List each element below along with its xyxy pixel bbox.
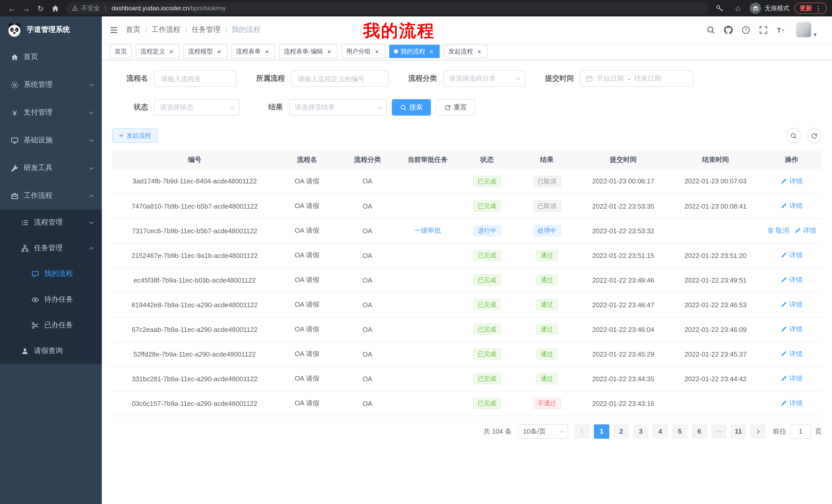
hamburger-icon[interactable]: [102, 17, 126, 43]
cell-category: OA: [337, 292, 398, 317]
user-avatar[interactable]: ▾: [796, 22, 816, 37]
page-button-1[interactable]: 1: [594, 424, 609, 439]
sidebar-item-label: 请假查询: [34, 346, 95, 356]
tab-my-process[interactable]: 我的流程×: [389, 45, 440, 58]
detail-link[interactable]: 详情: [781, 300, 803, 309]
table-row: 7470a810-7b9b-11ec-b5b7-acde48001122OA 请…: [112, 194, 822, 218]
detail-link[interactable]: 详情: [781, 201, 803, 211]
tab-user-group[interactable]: 用户分组×: [341, 45, 385, 58]
sidebar-item-my-process[interactable]: 我的流程: [0, 261, 102, 287]
update-button[interactable]: 更新 ⋮: [795, 3, 827, 14]
close-icon[interactable]: ×: [373, 48, 381, 55]
page-button-5[interactable]: 5: [672, 424, 687, 439]
sidebar-item-process-management[interactable]: 流程管理: [0, 209, 102, 235]
url: dashboard.yudao.iocoder.cn/bpm/task/my: [111, 5, 226, 12]
page-buttons: 123456···11: [592, 424, 748, 439]
cell-submit-time: 2022-01-22 23:45:29: [577, 342, 670, 366]
sidebar-item-workflow[interactable]: 工作流程: [0, 182, 102, 209]
sidebar-item-leave-query[interactable]: 请假查询: [0, 338, 102, 364]
detail-link[interactable]: 详情: [781, 374, 803, 383]
prev-page-button[interactable]: [574, 424, 590, 439]
back-icon[interactable]: ←: [5, 2, 19, 15]
current-task-link[interactable]: 一级审批: [414, 226, 441, 235]
page-size-select[interactable]: 10条/页: [518, 424, 568, 439]
sidebar-item-home[interactable]: 首页: [0, 43, 102, 71]
close-icon[interactable]: ×: [428, 48, 435, 55]
menu-dots-icon[interactable]: ⋮: [815, 4, 822, 12]
search-icon[interactable]: [707, 25, 716, 34]
tab-start-process[interactable]: 发起流程×: [444, 45, 488, 58]
sidebar-item-done-task[interactable]: 已办任务: [0, 312, 102, 338]
page-button-6[interactable]: 6: [692, 424, 707, 439]
refresh-table-button[interactable]: [806, 128, 822, 143]
breadcrumb-item[interactable]: 首页: [126, 25, 140, 34]
page-button-2[interactable]: 2: [614, 424, 629, 439]
browser-chrome: ← → ↻ 不安全 dashboard.yudao.iocoder.cn/bpm…: [0, 0, 832, 17]
sidebar-item-infrastructure[interactable]: 基础设施: [0, 127, 102, 154]
tab-process-definition[interactable]: 流程定义×: [136, 45, 179, 58]
search-button[interactable]: 搜索: [392, 99, 431, 116]
result-select[interactable]: 请选择流结果: [289, 99, 387, 116]
eye-icon: [31, 296, 40, 303]
sidebar-item-todo-task[interactable]: 待办任务: [0, 287, 102, 312]
yen-icon: ¥: [10, 109, 19, 116]
close-icon[interactable]: ×: [476, 48, 483, 55]
cell-process-name: OA 请假: [277, 317, 337, 342]
cancel-link[interactable]: 取消: [767, 226, 789, 235]
detail-link[interactable]: 详情: [781, 251, 803, 260]
help-icon[interactable]: ?: [742, 25, 751, 34]
create-process-label: 发起流程: [127, 131, 151, 140]
cell-process-name: OA 请假: [277, 194, 337, 218]
tab-process-form-edit[interactable]: 流程表单-编辑×: [279, 45, 337, 58]
avatar[interactable]: [796, 22, 812, 37]
next-page-button[interactable]: [750, 424, 766, 439]
close-icon[interactable]: ×: [167, 48, 175, 55]
key-icon[interactable]: [713, 2, 726, 15]
reload-icon[interactable]: ↻: [34, 2, 47, 15]
bookmark-star-icon[interactable]: ☆: [731, 2, 745, 15]
page-button-4[interactable]: 4: [653, 424, 668, 439]
logo[interactable]: 芋道管理系统: [0, 17, 102, 43]
create-process-button[interactable]: 发起流程: [112, 129, 157, 143]
process-id-input[interactable]: [291, 71, 389, 87]
browser-home-icon[interactable]: [48, 2, 62, 15]
close-icon[interactable]: ×: [263, 48, 270, 55]
forward-icon[interactable]: →: [20, 2, 33, 15]
show-search-button[interactable]: [786, 128, 801, 143]
detail-link[interactable]: 详情: [781, 275, 803, 285]
breadcrumb-item[interactable]: 工作流程: [152, 25, 181, 34]
page-ellipsis[interactable]: ···: [711, 424, 727, 439]
detail-link[interactable]: 详情: [781, 325, 803, 334]
github-icon[interactable]: [724, 25, 733, 34]
goto-page-input[interactable]: [790, 424, 811, 439]
tab-home[interactable]: 首页: [110, 45, 132, 58]
detail-link[interactable]: 详情: [781, 399, 803, 408]
detail-link[interactable]: 详情: [781, 176, 803, 186]
reset-button[interactable]: 重置: [436, 99, 475, 116]
tab-process-form[interactable]: 流程表单×: [231, 45, 275, 58]
category-select[interactable]: 请选择流程分类: [443, 71, 525, 87]
close-icon[interactable]: ×: [326, 48, 333, 55]
sidebar-item-system[interactable]: 系统管理: [0, 71, 102, 99]
process-name-input[interactable]: [154, 71, 237, 87]
page-button-11[interactable]: 11: [731, 424, 746, 439]
fullscreen-icon[interactable]: [759, 25, 768, 34]
cell-current-task: [398, 169, 457, 194]
detail-link[interactable]: 详情: [794, 226, 816, 235]
status-select[interactable]: 请选择状态: [154, 99, 240, 116]
address-bar[interactable]: 不安全 dashboard.yudao.iocoder.cn/bpm/task/…: [66, 2, 709, 15]
status-badge: 已完成: [473, 176, 501, 187]
font-size-icon[interactable]: TT: [777, 25, 785, 34]
submit-time-label: 提交时间: [541, 74, 574, 83]
tab-process-model[interactable]: 流程模型×: [184, 45, 227, 58]
detail-link[interactable]: 详情: [781, 349, 803, 359]
security-label[interactable]: 不安全: [81, 4, 100, 12]
sidebar-item-payment[interactable]: ¥支付管理: [0, 99, 102, 127]
submit-time-range[interactable]: 开始日期 - 结束日期: [580, 71, 693, 87]
page-button-3[interactable]: 3: [633, 424, 648, 439]
close-icon[interactable]: ×: [215, 48, 223, 55]
breadcrumb-item[interactable]: 任务管理: [192, 25, 220, 34]
cell-submit-time: 2022-01-22 23:46:47: [577, 292, 670, 317]
sidebar-item-devtools[interactable]: 研发工具: [0, 154, 102, 182]
sidebar-item-task-management[interactable]: 任务管理: [0, 235, 102, 261]
